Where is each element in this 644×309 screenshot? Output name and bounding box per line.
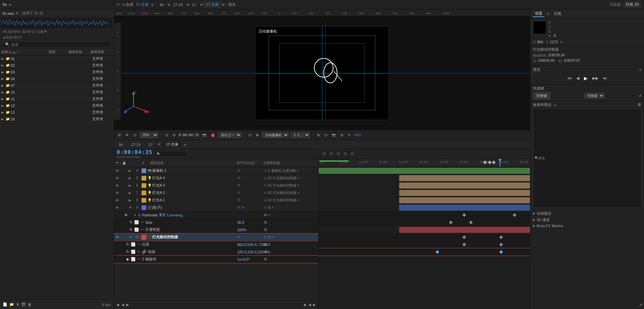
- tab-audio[interactable]: 音频: [552, 10, 563, 17]
- parent-dropdown-fx[interactable]: ▾: [268, 213, 270, 217]
- layer-row-6[interactable]: 👁 ▶ 6 💡 灯光A 3 串 ⊙ 10. 灯光路径控制器 ▾: [114, 182, 318, 189]
- next-kf-btn[interactable]: ▶: [126, 303, 129, 307]
- prev-kf-btn2[interactable]: ◀: [308, 303, 311, 307]
- timeline-search-input[interactable]: [160, 152, 180, 156]
- transport-next[interactable]: ▶▶: [591, 75, 600, 81]
- grid-icon[interactable]: ⊞: [316, 133, 321, 138]
- transport-last[interactable]: ⏭: [602, 75, 608, 81]
- file-row[interactable]: ▶📁04 文件夹: [0, 75, 114, 82]
- prop-row-opacity[interactable]: ↻ 📈 〜 不透明度 100% ⊙: [114, 226, 318, 234]
- fx-reset-btn[interactable]: 重置: [159, 213, 166, 217]
- color-icon[interactable]: ⬤: [210, 133, 216, 138]
- fx-eye[interactable]: 👁: [124, 213, 129, 217]
- timecode-display[interactable]: 0:00:04:35: [117, 149, 152, 155]
- search-input[interactable]: [11, 43, 109, 47]
- region-icon[interactable]: ⊡: [247, 133, 253, 138]
- track-btn2[interactable]: ⊡: [328, 151, 334, 157]
- prop-row-position[interactable]: ↻ 📈 〜 位置 960.0,540.0,-7200.0 ⊙: [114, 241, 318, 248]
- size-value[interactable]: 30.0: [237, 220, 264, 224]
- effects-category-3d[interactable]: ▶ 3D 通道: [533, 217, 641, 223]
- tab-menu-icon[interactable]: ≡: [547, 12, 549, 16]
- fx-expand[interactable]: ▼: [133, 213, 137, 217]
- next-kf-btn2[interactable]: ▶: [313, 303, 316, 307]
- file-row[interactable]: ▶📁07 文件夹: [0, 82, 114, 89]
- parent-dropdown-5[interactable]: ▾: [298, 176, 299, 180]
- snap2-icon[interactable]: ⊡: [323, 133, 328, 138]
- track-btn1[interactable]: ⊡: [321, 151, 327, 157]
- prop-stopwatch-opacity[interactable]: ↻: [129, 227, 134, 232]
- parent-dropdown-9[interactable]: ▾: [272, 206, 274, 209]
- file-row[interactable]: ▶📁01 文件夹: [0, 55, 114, 62]
- position-value[interactable]: 960.0,540.0,-7200.0: [237, 243, 264, 247]
- camera-select[interactable]: 活动摄像机: [262, 132, 289, 138]
- timeline-tab-17-19[interactable]: 17-19: [127, 142, 144, 148]
- file-row[interactable]: ▶📁12 文件夹: [0, 102, 114, 109]
- graph-icon-opacity[interactable]: 📈: [134, 227, 139, 232]
- eye-4[interactable]: 👁: [115, 169, 119, 173]
- close-icon[interactable]: ✕: [117, 2, 120, 7]
- wave-icon-size[interactable]: 〜: [140, 220, 144, 225]
- playhead[interactable]: [500, 159, 500, 167]
- tab-17-19[interactable]: 17-19: [171, 2, 184, 7]
- track-btn3[interactable]: ⊡: [335, 151, 341, 157]
- timeline-tab-17[interactable]: 17: [145, 142, 156, 148]
- shortcut-dropdown[interactable]: 空格键: [584, 93, 604, 99]
- parent-dropdown-10[interactable]: ▾: [272, 235, 274, 239]
- eye-5[interactable]: 👁: [115, 176, 119, 180]
- tab-arrow-left[interactable]: ◀: [167, 2, 170, 7]
- prev-kf-btn[interactable]: ◀: [121, 303, 124, 307]
- parent-dropdown-4[interactable]: ▾: [297, 169, 299, 172]
- track-btn5[interactable]: ⊡: [350, 151, 355, 157]
- effects-lib-label[interactable]: 库: [638, 102, 641, 107]
- scale-value[interactable]: 220.0,220.0,220.0%: [237, 250, 264, 254]
- align-icon[interactable]: ⊟: [339, 133, 344, 138]
- graph-icon-scale[interactable]: 📈: [131, 250, 136, 254]
- renderer-value[interactable]: 经典 3D: [624, 1, 641, 8]
- kf-icon2[interactable]: ◆: [304, 303, 306, 307]
- track-btn4[interactable]: ⊡: [342, 151, 348, 157]
- transport-play[interactable]: ▶: [583, 75, 589, 82]
- layer-row-9[interactable]: 👁 ▼ 9 ⬛ [粒子] 串 /fx ⊙ 无 ▾: [114, 204, 318, 211]
- timeline-search[interactable]: 🔍: [154, 151, 188, 157]
- prop-row-z-rotation[interactable]: ◆ 📈 〜 Z 轴旋转 1x+0.0° ⊙: [114, 256, 318, 263]
- refresh-icon[interactable]: ↻: [346, 133, 352, 138]
- transparency-icon[interactable]: ⊠: [255, 133, 260, 138]
- eye-6[interactable]: 👁: [115, 184, 119, 188]
- preview-menu-icon[interactable]: ≡: [639, 68, 641, 72]
- quality-select[interactable]: 四分之一 完整 二分之一: [218, 132, 241, 138]
- tab-17[interactable]: 17: [190, 2, 198, 7]
- layer-row-4[interactable]: 👁 ▶ 4 📷 摄像机 1 串 ⊙ 3. 摄像机-位置控制 ▾: [114, 167, 318, 174]
- file-row[interactable]: ▶📁11 文件夹: [0, 96, 114, 102]
- menu-icon-comp[interactable]: ≡: [122, 3, 124, 7]
- eye-8[interactable]: 👁: [115, 198, 119, 202]
- sort-icon[interactable]: ▲: [13, 50, 16, 54]
- import-icon[interactable]: ⬇: [16, 302, 19, 307]
- tab-arrow-left2[interactable]: ◀: [186, 2, 189, 7]
- expand-10[interactable]: ▼: [129, 236, 133, 239]
- eye-7[interactable]: 👁: [115, 191, 119, 195]
- stopwatch-zrot[interactable]: ◆: [126, 257, 131, 261]
- layer-row-8[interactable]: 👁 ▶ 8 💡 灯光A 1 串 ⊙ 10. 灯光路径控制器 ▾: [114, 197, 318, 204]
- expand-7[interactable]: ▶: [129, 191, 133, 195]
- effects-search[interactable]: 🔍: [533, 109, 641, 208]
- wave-icon-pos[interactable]: 〜: [137, 242, 141, 247]
- keyframe-icon[interactable]: ◆: [117, 303, 119, 307]
- reset-shortcut-icon[interactable]: ↺: [638, 94, 641, 98]
- tab-info[interactable]: 信息: [533, 10, 544, 17]
- file-row[interactable]: ▶📁16 文件夹: [0, 116, 114, 122]
- tab-arrow-right[interactable]: ▶: [222, 2, 225, 7]
- safe-frames-icon[interactable]: ⊟: [171, 133, 177, 138]
- tab-17-main[interactable]: 17-主体: [204, 1, 221, 8]
- folder-icon[interactable]: 📁: [9, 302, 14, 307]
- eye-9[interactable]: 👁: [115, 206, 119, 210]
- arrow-icon[interactable]: ↗: [639, 302, 643, 308]
- opacity-value[interactable]: 100%: [237, 228, 264, 232]
- wave-icon-scale[interactable]: 〜: [137, 249, 141, 254]
- tab-arrow-left3[interactable]: ◀: [200, 2, 202, 7]
- expand-5[interactable]: ▶: [129, 176, 133, 180]
- graph-icon-zrot[interactable]: 📈: [131, 257, 136, 261]
- comp-menu-icon[interactable]: ≡: [151, 3, 153, 7]
- composition-icon[interactable]: 🎬: [21, 302, 26, 307]
- expand-4[interactable]: ▶: [129, 169, 133, 172]
- link-icon-scale[interactable]: 🔗: [142, 250, 147, 254]
